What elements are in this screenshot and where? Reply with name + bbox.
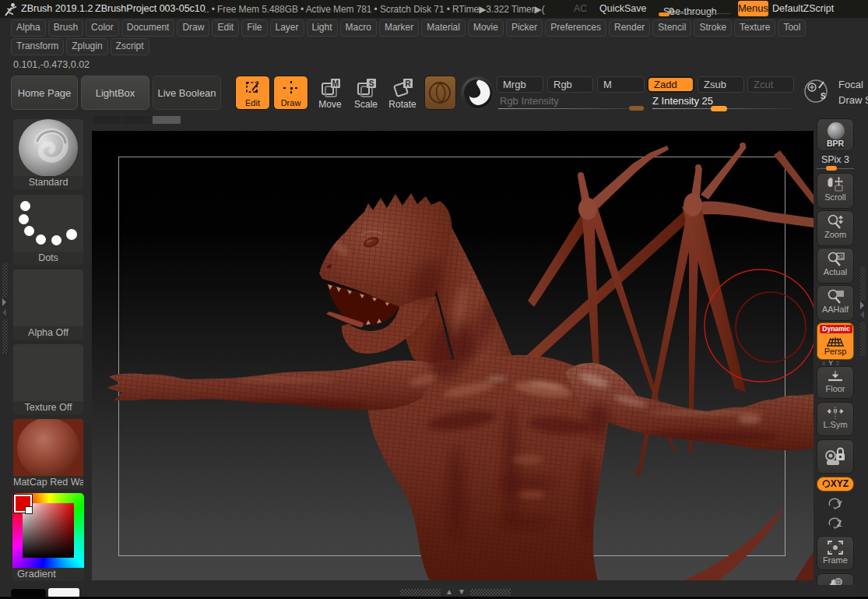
scroll-button[interactable]: Scroll [817, 173, 854, 209]
matcap-thumbnail [13, 419, 83, 477]
focal-shift-dial[interactable]: S [802, 77, 830, 108]
see-through-track[interactable] [659, 13, 731, 14]
move-button[interactable]: M Move [314, 77, 346, 110]
edit-button[interactable]: Edit [235, 76, 270, 110]
mrgb-button[interactable]: Mrgb [497, 76, 543, 93]
bpr-sphere-icon [828, 122, 845, 139]
current-material-sphere[interactable] [461, 76, 494, 109]
menu-render[interactable]: Render [609, 19, 650, 37]
m-button[interactable]: M [597, 76, 645, 93]
rotate-icon: R [391, 77, 414, 99]
texture-selector[interactable]: Texture Off [12, 344, 84, 415]
aahalf-button[interactable]: AAHalf [817, 285, 854, 321]
perspective-button[interactable]: Dynamic Persp [817, 322, 854, 360]
see-through-slider[interactable] [659, 12, 669, 16]
menu-zscript[interactable]: Zscript [111, 38, 149, 55]
scroll-handle-right[interactable] [470, 589, 511, 596]
rgb-intensity-slider[interactable] [629, 106, 644, 111]
bpr-render-button[interactable]: BPR [817, 118, 854, 151]
menu-texture[interactable]: Texture [734, 19, 775, 37]
left-tray-open-arrow[interactable] [2, 298, 6, 306]
rotate-button[interactable]: R Rotate [386, 77, 419, 110]
z-intensity-slider[interactable] [711, 106, 727, 111]
edit-label: Edit [236, 98, 269, 107]
menus-button[interactable]: Menus [738, 1, 768, 16]
actual-size-button[interactable]: x1 Actual [817, 248, 854, 284]
hue-ring[interactable] [12, 493, 84, 568]
zoom-segment-2[interactable] [123, 116, 151, 124]
spix-slider[interactable] [826, 166, 837, 171]
rgb-button[interactable]: Rgb [547, 76, 593, 93]
menu-brush[interactable]: Brush [48, 19, 83, 37]
xyz-rotation-button[interactable]: XYZ [817, 477, 854, 492]
menu-draw[interactable]: Draw [177, 19, 209, 37]
material-selector[interactable]: MatCap Red Wax [12, 418, 84, 490]
menu-tool[interactable]: Tool [778, 19, 806, 37]
rotate-y-button[interactable]: Y [817, 495, 854, 514]
spix-label: SPix 3 [817, 154, 854, 165]
zsub-button[interactable]: Zsub [698, 76, 744, 93]
live-boolean-button[interactable]: Live Boolean [153, 76, 221, 110]
menu-stroke[interactable]: Stroke [694, 19, 732, 37]
default-zscript[interactable]: DefaultZScript [772, 3, 834, 14]
stroke-selector[interactable]: Dots [12, 194, 84, 266]
right-tray-divider[interactable] [857, 117, 868, 597]
menu-file[interactable]: File [241, 19, 267, 37]
z-intensity-label: Z Intensity 25 [652, 95, 713, 107]
home-page-button[interactable]: Home Page [11, 76, 78, 110]
color-picker[interactable]: Gradient [12, 493, 84, 581]
svg-text:R: R [405, 79, 411, 88]
zoom-segment-active[interactable] [153, 116, 181, 124]
local-symmetry-button[interactable]: L.Sym [817, 402, 854, 436]
menu-zplugin[interactable]: Zplugin [66, 38, 107, 55]
draw-button[interactable]: Draw [273, 76, 308, 110]
aahalf-label: AAHalf [817, 305, 853, 314]
floor-button[interactable]: Floor [817, 366, 854, 399]
menu-stencil[interactable]: Stencil [652, 19, 691, 37]
menu-alpha[interactable]: Alpha [11, 19, 46, 37]
menu-marker[interactable]: Marker [379, 19, 419, 37]
rotate-z-icon: Z [827, 515, 844, 530]
scale-button[interactable]: S Scale [350, 77, 382, 110]
camera-lock-button[interactable] [817, 439, 854, 474]
scroll-up-arrow[interactable]: ▲ [445, 587, 453, 596]
quicksave-button[interactable]: QuickSave [599, 3, 646, 14]
scroll-icon [825, 176, 845, 193]
svg-text:Z: Z [837, 520, 842, 528]
actual-size-icon: x1 [825, 251, 845, 268]
menu-movie[interactable]: Movie [468, 19, 504, 37]
menu-document[interactable]: Document [121, 19, 175, 37]
menu-preferences[interactable]: Preferences [545, 19, 606, 37]
rotate-z-button[interactable]: Z [817, 515, 854, 534]
menu-color[interactable]: Color [86, 19, 119, 37]
zoom-button[interactable]: Zoom [817, 210, 854, 246]
brush-selector[interactable]: Standard [12, 118, 84, 190]
left-tray-close-arrow[interactable] [2, 308, 6, 316]
draw-label: Draw [274, 98, 307, 107]
material-button[interactable] [424, 76, 456, 110]
sculpt-viewport[interactable] [92, 131, 814, 580]
lightbox-button[interactable]: LightBox [81, 76, 149, 110]
zadd-button[interactable]: Zadd [647, 76, 694, 93]
menu-light[interactable]: Light [307, 19, 338, 37]
menu-macro[interactable]: Macro [340, 19, 377, 37]
alpha-selector[interactable]: Alpha Off [12, 269, 84, 340]
menu-layer[interactable]: Layer [270, 19, 304, 37]
scroll-handle-left[interactable] [400, 589, 441, 596]
actual-size-label: Actual [817, 267, 853, 277]
see-through-value: 0 [669, 6, 674, 17]
menu-transform[interactable]: Transform [11, 38, 64, 55]
zcut-button[interactable]: Zcut [747, 76, 794, 93]
menu-material[interactable]: Material [421, 19, 466, 37]
frame-button[interactable]: Frame [817, 536, 854, 570]
rgb-intensity-track[interactable] [498, 108, 648, 109]
zoom-segment-1[interactable] [93, 116, 121, 124]
right-tray-open-arrow[interactable] [860, 301, 864, 309]
ac-indicator: AC [574, 3, 587, 14]
left-tray-divider[interactable] [0, 117, 10, 597]
color-picker-marker[interactable] [25, 506, 33, 514]
menu-edit[interactable]: Edit [212, 19, 239, 37]
right-tray-close-arrow[interactable] [860, 311, 864, 319]
menu-picker[interactable]: Picker [506, 19, 543, 37]
scroll-down-arrow[interactable]: ▼ [458, 587, 466, 596]
